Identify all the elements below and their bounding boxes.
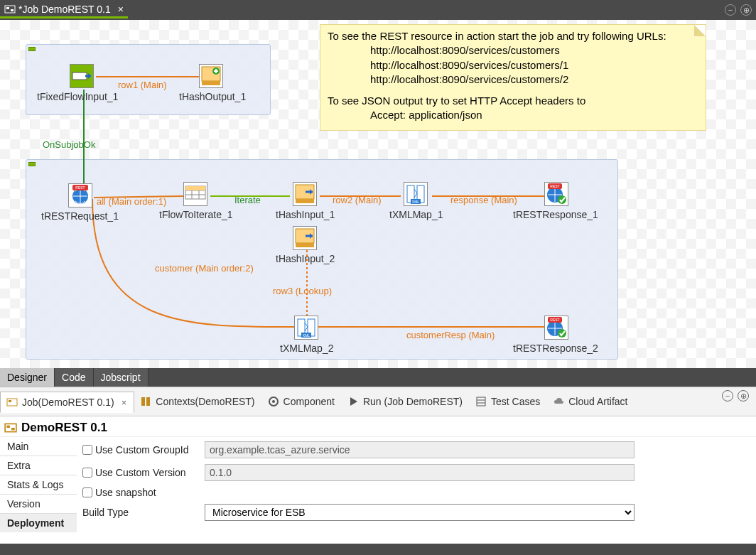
node-restreq[interactable]: REST — [68, 183, 92, 208]
side-tab-version[interactable]: Version — [0, 495, 77, 514]
svg-text:REST: REST — [550, 184, 559, 188]
subjob-handle[interactable] — [28, 162, 36, 166]
prop-tab-testcases[interactable]: Test Cases — [470, 392, 547, 411]
note-line: To see JSON output try to set HTTP Accep… — [328, 94, 698, 108]
svg-rect-1 — [6, 7, 9, 9]
svg-rect-33 — [9, 400, 11, 402]
deployment-form: Use Custom GroupId Use Custom Version Us… — [77, 437, 756, 544]
node-label: tRESTResponse_2 — [513, 343, 598, 354]
use-snapshot-label[interactable]: Use snapshot — [82, 487, 195, 498]
node-label: tHashOutput_1 — [179, 91, 246, 102]
svg-text:XML: XML — [412, 200, 420, 204]
svg-rect-40 — [6, 426, 10, 428]
cloud-icon — [553, 396, 564, 407]
job-title: DemoREST 0.1 — [21, 421, 107, 435]
node-label: tXMLMap_1 — [389, 209, 443, 220]
note-url: http://localhost:8090/services/customers — [328, 43, 698, 58]
node-label: tXMLMap_2 — [280, 343, 333, 354]
close-icon[interactable]: × — [122, 397, 127, 408]
svg-rect-5 — [202, 81, 220, 85]
groupid-field[interactable] — [205, 441, 634, 458]
svg-rect-38 — [477, 397, 485, 406]
svg-rect-41 — [11, 428, 15, 430]
prop-tab-label: Component — [284, 396, 335, 407]
tab-designer[interactable]: Designer — [0, 368, 55, 387]
tab-jobscript[interactable]: Jobscript — [94, 368, 148, 387]
node-restresp2[interactable]: REST — [544, 316, 568, 340]
node-hashin1[interactable] — [293, 182, 317, 206]
prop-tab-run[interactable]: Run (Job DemoREST) — [342, 392, 470, 411]
maximize-button[interactable]: ⊕ — [738, 390, 749, 402]
prop-tab-label: Contexts(DemoREST) — [156, 396, 254, 407]
svg-point-27 — [558, 195, 566, 204]
link-label: customer (Main order:2) — [155, 263, 254, 274]
testcases-icon — [475, 396, 487, 407]
maximize-button[interactable]: ⊕ — [740, 4, 752, 16]
svg-point-37 — [272, 400, 275, 403]
note-line: To see the REST resource in action start… — [328, 29, 698, 43]
design-canvas[interactable]: To see the REST resource in action start… — [0, 20, 756, 368]
side-tab-extra[interactable]: Extra — [0, 456, 77, 475]
node-flowiter[interactable] — [183, 182, 207, 206]
use-custom-groupid-checkbox[interactable] — [82, 445, 92, 455]
side-tabs: Main Extra Stats & Logs Version Deployme… — [0, 437, 77, 544]
subjob-handle[interactable] — [28, 47, 36, 51]
version-field[interactable] — [205, 464, 634, 481]
svg-rect-3 — [72, 72, 87, 80]
svg-text:REST: REST — [75, 185, 85, 190]
link-label: Iterate — [234, 195, 261, 205]
svg-rect-15 — [296, 243, 314, 247]
node-xmlmap2[interactable]: XML — [294, 316, 318, 340]
component-icon — [268, 396, 279, 407]
note[interactable]: To see the REST resource in action start… — [320, 24, 706, 131]
job-title-row: DemoREST 0.1 — [0, 416, 756, 437]
node-xmlmap1[interactable]: XML — [404, 182, 428, 206]
prop-tab-label: Job(DemoREST 0.1) — [22, 397, 114, 408]
link-label: all (Main order:1) — [97, 196, 166, 207]
node-fixedflow[interactable] — [70, 64, 94, 88]
link-label: row2 (Main) — [333, 195, 382, 205]
side-tab-deployment[interactable]: Deployment — [0, 514, 77, 532]
job-icon — [4, 421, 17, 434]
minimize-button[interactable]: − — [725, 4, 736, 16]
svg-text:XML: XML — [303, 333, 310, 338]
node-label: tHashInput_1 — [276, 209, 335, 220]
prop-tab-job[interactable]: Job(DemoREST 0.1) × — [0, 392, 134, 413]
use-custom-version-label[interactable]: Use Custom Version — [82, 467, 195, 478]
prop-tab-cloud[interactable]: Cloud Artifact — [547, 392, 634, 411]
svg-rect-35 — [146, 397, 150, 406]
svg-rect-2 — [11, 9, 14, 11]
job-icon — [4, 4, 16, 15]
build-type-select[interactable]: Microservice for ESB — [205, 504, 634, 521]
use-custom-version-checkbox[interactable] — [82, 468, 92, 478]
prop-tab-component[interactable]: Component — [262, 392, 342, 411]
use-snapshot-checkbox[interactable] — [82, 487, 92, 497]
node-label: tRESTResponse_1 — [513, 209, 598, 220]
side-tab-stats[interactable]: Stats & Logs — [0, 475, 77, 495]
use-custom-groupid-label[interactable]: Use Custom GroupId — [82, 444, 195, 456]
note-url: http://localhost:8090/services/customers… — [328, 58, 698, 72]
window-controls: − ⊕ — [725, 4, 756, 16]
minimize-button[interactable]: − — [722, 390, 733, 402]
build-type-label: Build Type — [82, 507, 195, 518]
link-label: OnSubjobOk — [43, 139, 95, 150]
node-hashin2[interactable] — [293, 226, 317, 250]
prop-tab-contexts[interactable]: Contexts(DemoREST) — [134, 392, 261, 411]
side-tab-main[interactable]: Main — [0, 437, 77, 456]
node-restresp1[interactable]: REST — [544, 182, 568, 206]
node-hashout[interactable] — [199, 64, 223, 88]
editor-mode-tabs: Designer Code Jobscript — [0, 368, 756, 387]
prop-tab-label: Test Cases — [491, 396, 540, 407]
node-label: tFixedFlowInput_1 — [37, 91, 118, 102]
prop-tab-label: Cloud Artifact — [568, 396, 627, 407]
link-label: row3 (Lookup) — [273, 286, 332, 296]
link-label: customerResp (Main) — [406, 330, 495, 340]
job-tab-title: *Job DemoREST 0.1 — [18, 4, 111, 15]
close-icon[interactable]: × — [118, 4, 124, 15]
job-tab[interactable]: *Job DemoREST 0.1 × — [0, 1, 128, 18]
node-label: tHashInput_2 — [276, 253, 335, 264]
note-accept: Accept: application/json — [328, 108, 698, 122]
svg-rect-11 — [185, 186, 205, 190]
tab-code[interactable]: Code — [55, 368, 93, 387]
editor-tab-bar: *Job DemoREST 0.1 × − ⊕ — [0, 0, 756, 20]
